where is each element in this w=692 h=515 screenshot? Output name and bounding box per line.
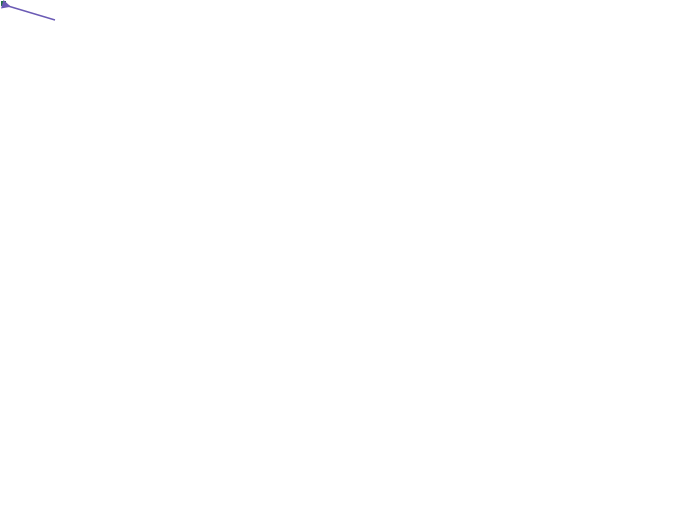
svg-line-0: [8, 6, 55, 20]
annotation-arrow-icon: [0, 0, 60, 30]
fill-handle[interactable]: [0, 0, 7, 7]
